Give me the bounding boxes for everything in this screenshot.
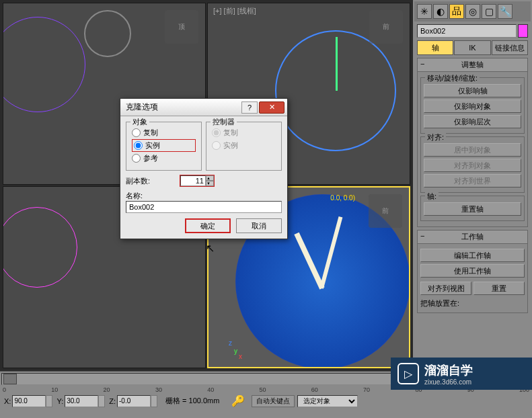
view-gizmo[interactable]	[84, 10, 131, 57]
axis-gizmo: z x y	[215, 333, 242, 360]
instance-radio[interactable]: 实例	[132, 139, 196, 152]
spinner-down-icon[interactable]: ▼	[206, 181, 214, 186]
watermark-text: 溜溜自学	[424, 362, 473, 378]
keymode-dropdown[interactable]: 选定对象	[297, 395, 358, 407]
coordinate-readout: 0.0, 0.0)	[330, 194, 355, 202]
cancel-button[interactable]: 取消	[236, 218, 282, 233]
utilities-tab-icon[interactable]: 🔧	[498, 4, 512, 19]
align-view-button[interactable]: 对齐到视图	[420, 282, 471, 295]
copies-input[interactable]	[180, 175, 206, 186]
spinner-icon[interactable]	[46, 395, 52, 407]
group-label: 移动/旋转/缩放:	[425, 73, 480, 83]
motion-tab-icon[interactable]: ◎	[465, 4, 480, 19]
viewcube-front[interactable]: 前	[369, 10, 403, 44]
clone-options-dialog: 克隆选项 ? ✕ 对象 复制 实例 参考 控制器 复制 实例 副本数: ▲	[120, 98, 288, 239]
center-object-button[interactable]: 居中到对象	[424, 143, 521, 157]
z-coord-input[interactable]	[117, 395, 151, 407]
object-name-input[interactable]	[417, 24, 517, 38]
grid-readout: 栅格 = 100.0mm	[160, 396, 225, 406]
dialog-titlebar[interactable]: 克隆选项 ? ✕	[120, 99, 287, 116]
watermark-url: zixue.3d66.com	[424, 378, 473, 386]
affect-object-button[interactable]: 仅影响对象	[424, 99, 521, 113]
place-pivot-label: 把轴放置在:	[420, 297, 525, 310]
group-label: 对象	[130, 117, 149, 127]
ok-button[interactable]: 确定	[185, 218, 231, 233]
x-coord-input[interactable]	[12, 395, 46, 407]
spinner-icon[interactable]	[151, 395, 157, 407]
copies-label: 副本数:	[126, 176, 180, 186]
spinner-up-icon[interactable]: ▲	[206, 175, 214, 181]
ctrl-copy-radio: 复制	[212, 126, 276, 139]
rollout-header[interactable]: 工作轴	[418, 231, 527, 244]
ik-tab[interactable]: IK	[454, 40, 490, 55]
dialog-title: 克隆选项	[123, 101, 241, 113]
working-pivot-rollout: 工作轴 编辑工作轴 使用工作轴 对齐到视图 重置 把轴放置在:	[417, 230, 528, 313]
viewcube-persp[interactable]: 前	[369, 194, 402, 228]
reset-button[interactable]: 重置	[473, 282, 525, 295]
group-label: 轴:	[425, 192, 439, 202]
use-working-pivot-button[interactable]: 使用工作轴	[420, 264, 525, 278]
command-panel: ✳ ◐ 品 ◎ ▢ 🔧 轴 IK 链接信息 调整轴 移动/旋转/缩放: 仅影响轴	[413, 0, 532, 371]
copies-spinner[interactable]: ▲ ▼	[180, 175, 215, 187]
affect-pivot-button[interactable]: 仅影响轴	[424, 84, 521, 97]
pivot-tab[interactable]: 轴	[417, 40, 453, 55]
adjust-pivot-rollout: 调整轴 移动/旋转/缩放: 仅影响轴 仅影响对象 仅影响层次 对齐: 居中到对象…	[417, 58, 528, 227]
play-icon: ▷	[397, 363, 419, 384]
watermark: ▷ 溜溜自学 zixue.3d66.com	[391, 358, 532, 390]
y-coord-input[interactable]	[65, 395, 98, 407]
align-object-button[interactable]: 对齐到对象	[424, 159, 521, 172]
reset-pivot-button[interactable]: 重置轴	[424, 202, 521, 216]
group-label: 对齐:	[425, 132, 446, 142]
viewport-label[interactable]: [+] [前] [线框]	[213, 6, 256, 16]
link-info-tab[interactable]: 链接信息	[492, 40, 528, 55]
reference-radio[interactable]: 参考	[132, 152, 196, 165]
align-world-button[interactable]: 对齐到世界	[424, 174, 521, 187]
clock-hand	[336, 37, 338, 91]
spinner-icon[interactable]	[98, 395, 105, 407]
name-label: 名称:	[126, 191, 282, 201]
z-label: Z:	[108, 397, 117, 405]
rollout-header[interactable]: 调整轴	[418, 58, 527, 72]
x-label: X:	[3, 397, 12, 405]
dialog-help-button[interactable]: ?	[241, 101, 258, 114]
shape-wireframe	[3, 207, 77, 288]
object-group: 对象 复制 实例 参考	[126, 122, 202, 171]
ctrl-instance-radio: 实例	[212, 139, 276, 152]
copy-radio[interactable]: 复制	[132, 126, 196, 139]
create-tab-icon[interactable]: ✳	[417, 4, 432, 19]
dialog-close-button[interactable]: ✕	[259, 101, 284, 114]
y-label: Y:	[55, 397, 65, 405]
object-color-swatch[interactable]	[518, 24, 528, 38]
group-label: 控制器	[211, 117, 237, 127]
controller-group: 控制器 复制 实例	[206, 122, 282, 171]
clone-name-input[interactable]	[126, 201, 282, 213]
viewcube-top[interactable]: 顶	[165, 10, 198, 44]
display-tab-icon[interactable]: ▢	[482, 4, 496, 19]
command-panel-tabs: ✳ ◐ 品 ◎ ▢ 🔧	[414, 1, 531, 22]
hierarchy-tab-icon[interactable]: 品	[449, 4, 464, 19]
affect-hierarchy-button[interactable]: 仅影响层次	[424, 115, 521, 128]
autokey-button[interactable]: 自动关键点	[252, 395, 295, 407]
modify-tab-icon[interactable]: ◐	[433, 4, 448, 19]
key-icon[interactable]: 🔑	[227, 394, 249, 407]
edit-working-pivot-button[interactable]: 编辑工作轴	[420, 249, 525, 262]
timeline-marker[interactable]	[3, 374, 17, 384]
